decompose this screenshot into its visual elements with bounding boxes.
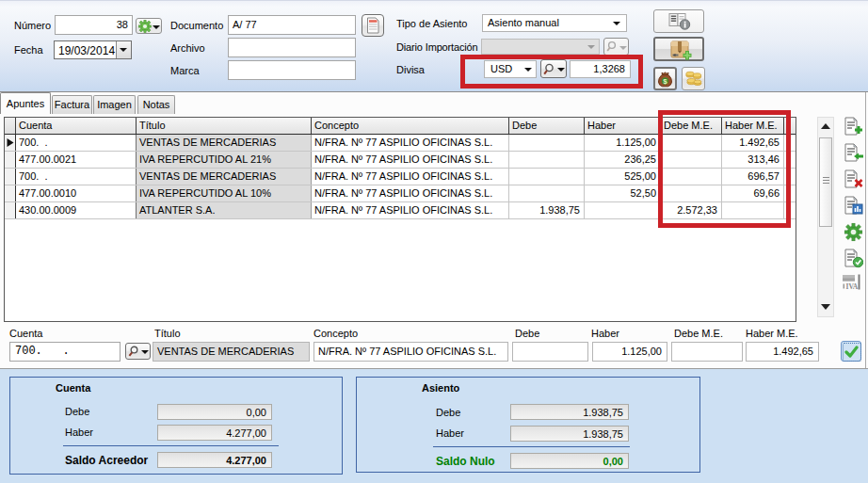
svg-text:$: $ [663,77,667,86]
svg-text:IVA: IVA [846,282,859,291]
